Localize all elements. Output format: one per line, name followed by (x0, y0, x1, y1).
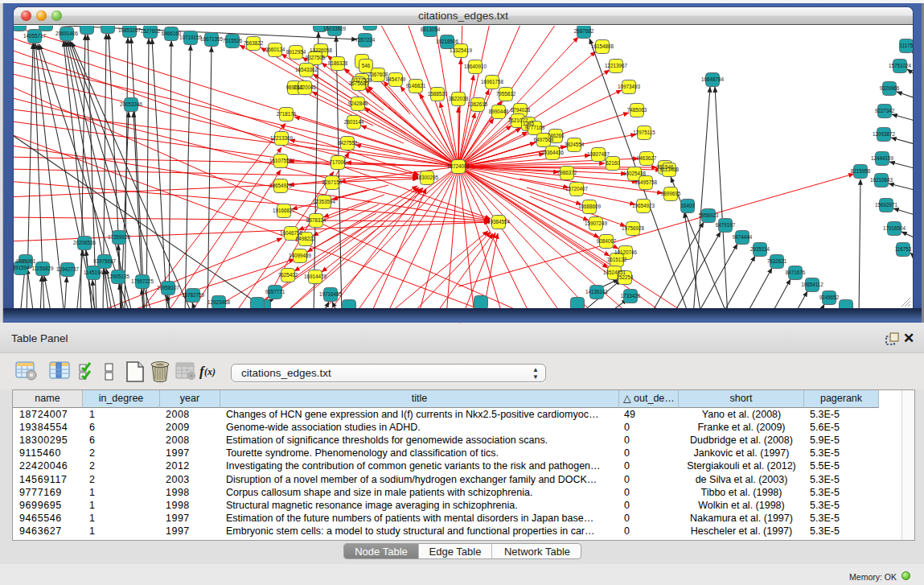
svg-text:2718176: 2718176 (277, 111, 297, 117)
svg-text:6794028: 6794028 (511, 107, 531, 113)
svg-text:12942737: 12942737 (56, 266, 80, 272)
svg-text:14055717: 14055717 (23, 33, 47, 39)
svg-text:8454749: 8454749 (386, 76, 406, 82)
svg-text:116753: 116753 (895, 246, 912, 252)
svg-text:11175: 11175 (900, 43, 913, 48)
svg-text:1527602: 1527602 (141, 28, 161, 34)
svg-text:7485063: 7485063 (627, 107, 647, 113)
svg-text:10958107: 10958107 (157, 285, 180, 290)
svg-text:1145194: 1145194 (84, 270, 104, 275)
svg-text:16409: 16409 (680, 203, 695, 208)
svg-text:15907249: 15907249 (585, 220, 608, 226)
svg-text:1362615: 1362615 (468, 101, 488, 107)
svg-text:15692971: 15692971 (875, 202, 898, 208)
svg-text:10688609: 10688609 (578, 204, 602, 209)
svg-text:62160: 62160 (606, 160, 620, 166)
svg-text:19654925: 19654925 (269, 183, 293, 188)
svg-text:9777169: 9777169 (525, 125, 545, 130)
svg-text:7515526: 7515526 (223, 38, 243, 43)
svg-text:12923468: 12923468 (207, 299, 231, 305)
svg-text:12213967: 12213967 (605, 63, 628, 68)
svg-text:20206536: 20206536 (73, 240, 97, 245)
svg-text:12213369: 12213369 (270, 135, 294, 141)
svg-text:6479197: 6479197 (716, 222, 736, 228)
svg-text:8878334: 8878334 (306, 217, 326, 223)
svg-text:12353594: 12353594 (313, 199, 336, 204)
svg-text:16671355: 16671355 (200, 36, 224, 42)
svg-text:8990448: 8990448 (489, 109, 509, 114)
svg-text:19654923: 19654923 (632, 203, 655, 208)
svg-text:12975115: 12975115 (633, 130, 655, 135)
svg-text:2935114: 2935114 (750, 246, 770, 252)
svg-text:717006: 717006 (329, 159, 347, 165)
svg-text:23420046: 23420046 (294, 84, 317, 90)
svg-text:6498222: 6498222 (296, 236, 316, 241)
svg-text:16495758: 16495758 (634, 179, 658, 185)
svg-text:14136141: 14136141 (585, 289, 609, 295)
svg-text:(x): (x) (204, 366, 216, 377)
svg-text:7663822: 7663822 (244, 40, 264, 46)
svg-text:3675685: 3675685 (349, 80, 369, 86)
svg-text:9657771: 9657771 (265, 289, 285, 295)
svg-text:13226058: 13226058 (310, 47, 333, 53)
svg-text:16543362: 16543362 (295, 67, 318, 72)
svg-text:20053346: 20053346 (120, 101, 143, 107)
svg-text:20691406: 20691406 (55, 31, 79, 36)
svg-text:7625402: 7625402 (278, 272, 298, 278)
svg-text:9660124: 9660124 (265, 47, 285, 52)
svg-text:3822038: 3822038 (449, 96, 469, 101)
svg-text:8215958: 8215958 (851, 168, 871, 174)
svg-text:12444159: 12444159 (871, 155, 894, 161)
svg-text:9146821: 9146821 (406, 83, 426, 89)
svg-text:546: 546 (362, 63, 371, 68)
svg-text:9899695: 9899695 (661, 191, 681, 196)
svg-text:16033809: 16033809 (323, 26, 347, 31)
svg-text:20364436: 20364436 (541, 150, 565, 155)
svg-text:9245652: 9245652 (819, 295, 840, 300)
svg-text:12905135: 12905135 (107, 274, 130, 279)
svg-text:18724007: 18724007 (447, 163, 470, 169)
svg-text:18300295: 18300295 (416, 175, 439, 180)
svg-text:8186328: 8186328 (328, 60, 348, 66)
svg-text:15751024: 15751024 (889, 63, 912, 68)
svg-text:16961758: 16961758 (481, 79, 504, 84)
svg-text:7357224: 7357224 (355, 37, 376, 43)
svg-text:19716485: 19716485 (319, 291, 343, 297)
svg-text:7955812: 7955812 (496, 91, 516, 97)
svg-text:9227342: 9227342 (875, 108, 895, 113)
svg-text:16107552: 16107552 (269, 158, 293, 163)
svg-text:15720407: 15720407 (565, 186, 589, 192)
svg-text:7986372: 7986372 (557, 170, 577, 175)
svg-text:9329966: 9329966 (880, 85, 900, 91)
svg-text:9084067: 9084067 (597, 238, 617, 244)
svg-text:1615132: 1615132 (607, 257, 627, 262)
svg-text:17957225: 17957225 (131, 278, 154, 284)
svg-text:3824554: 3824554 (565, 142, 585, 147)
svg-text:19384554: 19384554 (487, 219, 511, 225)
svg-text:10853267: 10853267 (118, 27, 142, 33)
svg-text:252254: 252254 (616, 274, 634, 280)
svg-text:17016504: 17016504 (883, 225, 906, 231)
svg-text:16210643: 16210643 (870, 177, 893, 183)
svg-text:2803144: 2803144 (344, 119, 364, 125)
svg-text:16782759: 16782759 (182, 292, 205, 298)
svg-text:10654112: 10654112 (801, 282, 823, 287)
svg-text:11156829: 11156829 (31, 266, 54, 271)
svg-text:5958923: 5958923 (699, 212, 719, 218)
svg-text:16154808: 16154808 (591, 43, 614, 49)
svg-text:1733426: 1733426 (621, 293, 641, 299)
svg-text:16914479: 16914479 (304, 274, 327, 279)
svg-text:7632621: 7632621 (767, 258, 787, 264)
svg-text:8813054: 8813054 (421, 27, 441, 32)
svg-text:1685061: 1685061 (16, 258, 36, 264)
svg-text:9474444: 9474444 (733, 234, 753, 240)
svg-text:19756928: 19756928 (622, 225, 645, 231)
svg-text:9242848: 9242848 (348, 101, 368, 106)
svg-text:9463627: 9463627 (637, 155, 657, 161)
svg-text:8267150: 8267150 (322, 179, 343, 185)
svg-text:16648784: 16648784 (701, 76, 725, 82)
svg-text:12093872: 12093872 (873, 131, 896, 137)
svg-text:391594: 391594 (14, 265, 30, 270)
svg-text:10120746: 10120746 (614, 249, 638, 255)
svg-text:10807487: 10807487 (587, 151, 610, 157)
